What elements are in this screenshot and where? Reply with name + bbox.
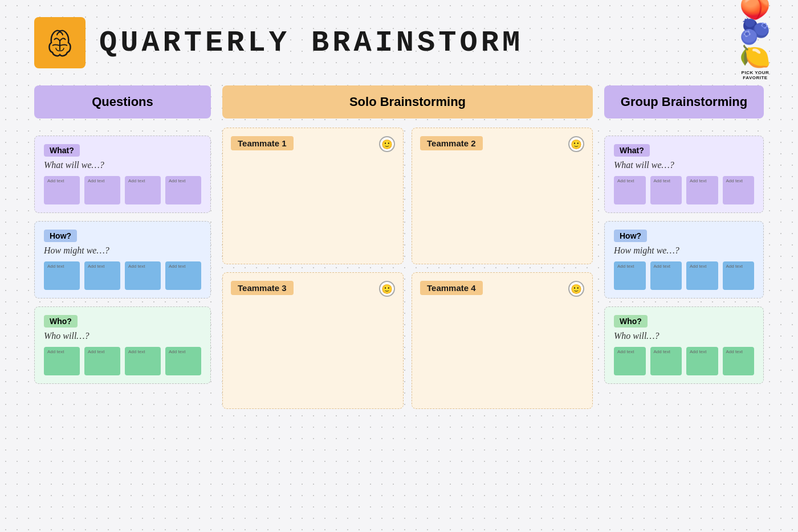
teammate-4-smiley[interactable]: 🙂 — [568, 281, 584, 297]
sticky-note[interactable]: Add text — [614, 347, 646, 375]
group-how-prompt: How might we…? — [614, 245, 754, 256]
logo-icon — [40, 23, 80, 63]
sticky-note[interactable]: Add text — [614, 176, 646, 204]
group-card-what: What? What will we…? Add text Add text A… — [604, 136, 764, 213]
teammate-card-2: Teammate 2 🙂 — [412, 128, 593, 264]
how-sticky-row: Add text Add text Add text Add text — [44, 261, 201, 290]
who-prompt: Who will…? — [44, 331, 201, 341]
header: QUARTERLY BRAINSTORM — [34, 17, 764, 68]
teammate-card-4: Teammate 4 🙂 — [412, 272, 593, 409]
teammate-1-smiley[interactable]: 🙂 — [379, 136, 395, 152]
sticky-note[interactable]: Add text — [686, 176, 718, 204]
teammate-2-smiley[interactable]: 🙂 — [568, 136, 584, 152]
questions-column: Questions What? What will we…? Add text … — [34, 85, 211, 384]
sticky-note[interactable]: Add text — [723, 261, 755, 290]
sticky-note[interactable]: Add text — [125, 176, 161, 204]
sticky-note[interactable]: Add text — [650, 261, 682, 290]
sticky-note[interactable]: Add text — [84, 347, 120, 375]
group-who-tag: Who? — [614, 315, 648, 328]
group-how-sticky-row: Add text Add text Add text Add text — [614, 261, 754, 290]
teammate-4-label: Teammate 4 — [420, 281, 483, 295]
group-how-tag: How? — [614, 230, 647, 242]
group-what-sticky-row: Add text Add text Add text Add text — [614, 176, 754, 204]
question-card-who: Who? Who will…? Add text Add text Add te… — [34, 306, 211, 384]
page: QUARTERLY BRAINSTORM 🍑🫐🍋 PICK YOURFAVORI… — [0, 0, 798, 532]
teammate-card-1: Teammate 1 🙂 — [222, 128, 404, 264]
group-header: Group Brainstorming — [604, 85, 764, 118]
svg-point-0 — [59, 30, 61, 32]
teammate-2-label: Teammate 2 — [420, 136, 483, 150]
teammate-3-label: Teammate 3 — [231, 281, 294, 295]
sticky-note[interactable]: Add text — [650, 347, 682, 375]
sticky-note[interactable]: Add text — [44, 347, 80, 375]
sticky-note[interactable]: Add text — [723, 176, 755, 204]
pick-badge: 🍑🫐🍋 PICK YOURFAVORITE — [730, 11, 781, 63]
pick-badge-text: PICK YOURFAVORITE — [742, 70, 769, 80]
sticky-note[interactable]: Add text — [125, 347, 161, 375]
questions-header: Questions — [34, 85, 211, 118]
sticky-note[interactable]: Add text — [125, 261, 161, 290]
sticky-note[interactable]: Add text — [614, 261, 646, 290]
solo-column: Solo Brainstorming Teammate 1 🙂 Teammate… — [222, 85, 593, 409]
how-tag: How? — [44, 230, 77, 242]
teammate-1-label: Teammate 1 — [231, 136, 294, 150]
question-card-what: What? What will we…? Add text Add text A… — [34, 136, 211, 213]
teammate-card-3: Teammate 3 🙂 — [222, 272, 404, 409]
sticky-note[interactable]: Add text — [44, 261, 80, 290]
what-sticky-row: Add text Add text Add text Add text — [44, 176, 201, 204]
sticky-note[interactable]: Add text — [165, 176, 201, 204]
sticky-note[interactable]: Add text — [44, 176, 80, 204]
page-title: QUARTERLY BRAINSTORM — [99, 26, 523, 60]
what-prompt: What will we…? — [44, 160, 201, 170]
teammate-3-smiley[interactable]: 🙂 — [379, 281, 395, 297]
group-card-how: How? How might we…? Add text Add text Ad… — [604, 221, 764, 298]
solo-header: Solo Brainstorming — [222, 85, 593, 118]
group-column: Group Brainstorming What? What will we…?… — [604, 85, 764, 384]
group-who-prompt: Who will…? — [614, 331, 754, 341]
who-sticky-row: Add text Add text Add text Add text — [44, 347, 201, 375]
group-what-prompt: What will we…? — [614, 160, 754, 170]
who-tag: Who? — [44, 315, 78, 328]
question-card-how: How? How might we…? Add text Add text Ad… — [34, 221, 211, 298]
sticky-note[interactable]: Add text — [686, 261, 718, 290]
group-who-sticky-row: Add text Add text Add text Add text — [614, 347, 754, 375]
sticky-note[interactable]: Add text — [84, 261, 120, 290]
group-card-who: Who? Who will…? Add text Add text Add te… — [604, 306, 764, 384]
sticky-note[interactable]: Add text — [165, 261, 201, 290]
solo-grid: Teammate 1 🙂 Teammate 2 🙂 Teammate 3 🙂 T… — [222, 128, 593, 409]
how-prompt: How might we…? — [44, 245, 201, 256]
group-what-tag: What? — [614, 144, 650, 157]
sticky-note[interactable]: Add text — [723, 347, 755, 375]
sticky-note[interactable]: Add text — [165, 347, 201, 375]
logo-box — [34, 17, 85, 68]
pick-badge-emoji: 🍑🫐🍋 — [730, 0, 781, 69]
what-tag: What? — [44, 144, 80, 157]
main-grid: Questions What? What will we…? Add text … — [34, 85, 764, 409]
sticky-note[interactable]: Add text — [686, 347, 718, 375]
sticky-note[interactable]: Add text — [84, 176, 120, 204]
sticky-note[interactable]: Add text — [650, 176, 682, 204]
